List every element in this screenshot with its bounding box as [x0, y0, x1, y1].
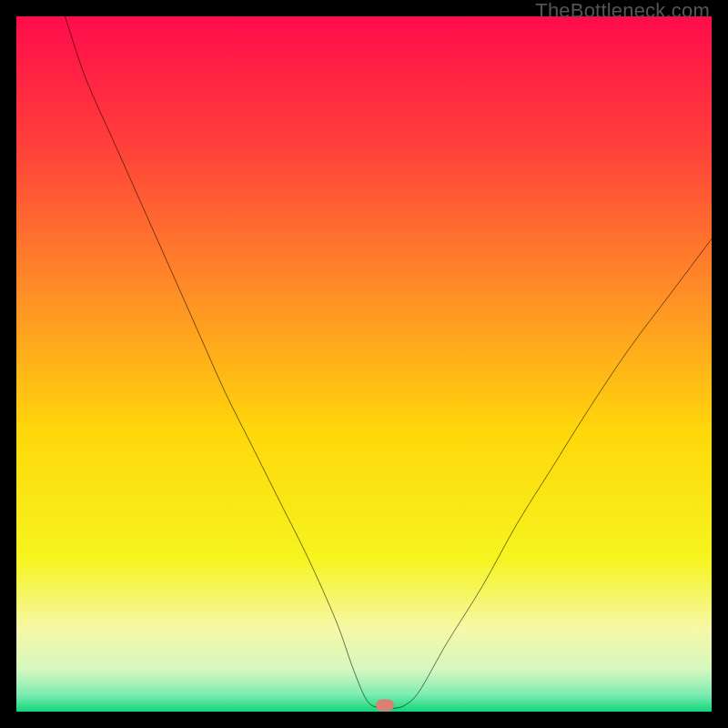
watermark-label: TheBottleneck.com	[535, 0, 710, 23]
bottleneck-curve	[16, 16, 712, 712]
chart-frame: TheBottleneck.com	[0, 0, 728, 728]
plot-area	[16, 16, 712, 712]
optimal-point-marker	[376, 700, 394, 712]
